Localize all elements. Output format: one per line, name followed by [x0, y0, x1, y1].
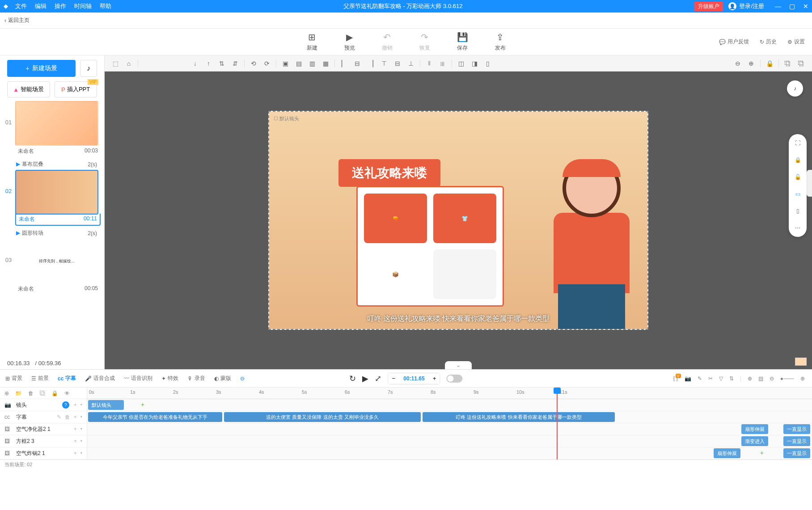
- camera-tool[interactable]: 📷: [685, 375, 691, 382]
- subtitle-clip-1[interactable]: 今年父亲节 你是否在为给老爸准备礼物无从下手: [88, 412, 222, 422]
- fullscreen-tool[interactable]: ⛶: [792, 138, 803, 148]
- distribute-tool[interactable]: ⫼: [436, 57, 449, 70]
- tab-asr[interactable]: 〰语音识别: [124, 375, 152, 382]
- effect-clip[interactable]: 一直显示: [783, 436, 810, 446]
- cut-tool[interactable]: ✂: [708, 375, 713, 382]
- zoom-out-tool[interactable]: ⊖: [770, 375, 774, 382]
- history-button[interactable]: ↻历史: [760, 38, 777, 46]
- align-tool[interactable]: ↓: [189, 57, 201, 70]
- preview-button[interactable]: ▶预览: [344, 32, 355, 52]
- align-bottom-tool[interactable]: ⊥: [405, 57, 417, 70]
- desktop-view-tool[interactable]: ▭: [792, 189, 803, 199]
- banner-text[interactable]: 送礼攻略来喽: [338, 159, 440, 187]
- align-top-tool[interactable]: ⊤: [378, 57, 390, 70]
- mobile-view-tool[interactable]: ▯: [792, 206, 803, 216]
- duplicate-tool[interactable]: ⿻: [795, 57, 808, 70]
- menu-action[interactable]: 操作: [55, 2, 66, 10]
- login-button[interactable]: 👤 登录/注册: [728, 2, 764, 10]
- gift-item-fryer[interactable]: 📦: [364, 249, 427, 299]
- effect-clip[interactable]: 扇形伸展: [714, 448, 740, 458]
- distribute-tool[interactable]: ⫴: [423, 57, 436, 70]
- layer-tool[interactable]: ▣: [279, 57, 292, 70]
- tool[interactable]: ◨: [468, 57, 481, 70]
- tab-more[interactable]: ⊖: [240, 375, 245, 382]
- effect-clip[interactable]: 一直显示: [783, 448, 810, 458]
- flip-tool[interactable]: ⟳: [261, 57, 273, 70]
- track-air[interactable]: 🖼 空气净化器2 1 +•: [0, 423, 87, 435]
- undo-button[interactable]: ↶撤销: [382, 32, 393, 52]
- zoom-in-tool[interactable]: ⊕: [800, 375, 805, 382]
- back-home-link[interactable]: ‹ 返回主页: [4, 17, 30, 24]
- settings-button[interactable]: ⚙设置: [787, 38, 805, 46]
- layer-tool[interactable]: ▤: [292, 57, 305, 70]
- subtitle-track[interactable]: 今年父亲节 你是否在为给老爸准备礼物无从下手 送的太便宜 质量又没保障 送的太贵…: [87, 411, 812, 423]
- minimap[interactable]: [795, 358, 807, 366]
- list-tool[interactable]: ▤: [758, 375, 763, 382]
- sort-tool[interactable]: ⇅: [729, 375, 734, 382]
- timeline-tracks[interactable]: 0s 1s 2s 3s 4s 5s 6s 7s 8s 9s 10s 11s 默认…: [87, 388, 812, 459]
- delete-icon[interactable]: 🗑: [28, 390, 34, 396]
- add-track-icon[interactable]: ⊕: [4, 390, 9, 396]
- gift-item-empty[interactable]: [433, 249, 496, 299]
- track-camera[interactable]: 📷 镜头 ? +•: [0, 399, 87, 411]
- align-tool[interactable]: ⇵: [229, 57, 241, 70]
- maximize-button[interactable]: ▢: [789, 3, 795, 10]
- align-tool[interactable]: ↑: [202, 57, 215, 70]
- more-tool[interactable]: ⋯: [792, 223, 803, 233]
- canvas-music-button[interactable]: ♪: [787, 80, 803, 97]
- home-tool[interactable]: ⌂: [123, 57, 135, 70]
- track-box[interactable]: 🖼 方框2 3 +•: [0, 435, 87, 447]
- effect-clip[interactable]: 渐变进入: [741, 436, 768, 446]
- add-marker[interactable]: +: [141, 401, 144, 408]
- gift-item-massager[interactable]: 🔫: [364, 194, 427, 243]
- music-button[interactable]: ♪: [80, 60, 97, 77]
- tab-subtitle[interactable]: cc字幕: [58, 375, 76, 382]
- zoom-in-tool[interactable]: ⊕: [745, 57, 757, 70]
- effect-clip[interactable]: 扇形伸展: [741, 424, 768, 434]
- unlock-tool[interactable]: 🔓: [792, 172, 803, 182]
- help-icon[interactable]: ?: [62, 401, 69, 409]
- tab-mask[interactable]: ◐蒙版: [214, 375, 231, 382]
- zoom-slider[interactable]: ●——: [780, 375, 794, 382]
- time-stepper[interactable]: − 00:11.65 +: [388, 373, 440, 384]
- effect-clip[interactable]: 一直显示: [783, 424, 810, 434]
- feedback-button[interactable]: 💬用户反馈: [719, 38, 749, 46]
- lock-tool[interactable]: 🔒: [763, 57, 776, 70]
- close-button[interactable]: ✕: [803, 3, 808, 10]
- tab-record[interactable]: 🎙录音: [187, 375, 205, 382]
- play-button[interactable]: ▶: [362, 374, 368, 384]
- filter-tool[interactable]: ▽: [719, 375, 723, 382]
- layer-tool[interactable]: ▥: [306, 57, 318, 70]
- toggle-switch[interactable]: [447, 375, 463, 383]
- box-track[interactable]: 渐变进入 一直显示: [87, 435, 812, 447]
- copy-icon[interactable]: ⿻: [40, 390, 45, 396]
- tab-background[interactable]: ⊞背景: [5, 375, 22, 382]
- scene-thumbnail[interactable]: [15, 101, 98, 146]
- increase-button[interactable]: +: [429, 373, 440, 384]
- tab-foreground[interactable]: ☰前景: [31, 375, 49, 382]
- align-center-tool[interactable]: ⊟: [351, 57, 364, 70]
- marker-tool[interactable]: ⟦⟧V: [673, 375, 678, 382]
- camera-track[interactable]: 默认镜头 +: [87, 399, 812, 411]
- lock-icon[interactable]: 🔒: [51, 390, 58, 396]
- upgrade-button[interactable]: 升级账户: [694, 2, 723, 11]
- expand-button[interactable]: ⤢: [375, 374, 381, 384]
- copy-tool[interactable]: ⿻: [782, 57, 794, 70]
- playhead[interactable]: [557, 388, 558, 459]
- pointer-tool[interactable]: ⬚: [109, 57, 122, 70]
- import-ppt-button[interactable]: P 插入PPT VIP: [55, 81, 97, 97]
- align-right-tool[interactable]: ▕: [364, 57, 377, 70]
- tool[interactable]: ▯: [482, 57, 494, 70]
- gift-panel[interactable]: 🔫 👕 📦: [356, 186, 504, 307]
- menu-edit[interactable]: 编辑: [35, 2, 47, 10]
- folder-icon[interactable]: 📁: [15, 390, 22, 396]
- air-track[interactable]: 扇形伸展 一直显示: [87, 423, 812, 435]
- smart-scene-button[interactable]: ▲ 智能场景: [7, 81, 50, 97]
- rewind-button[interactable]: ↻: [349, 374, 356, 384]
- save-button[interactable]: 💾保存: [457, 32, 468, 52]
- align-left-tool[interactable]: ▏: [338, 57, 350, 70]
- subtitle-clip-3[interactable]: 叮咚 这份送礼攻略来喽 快来看看你家老爸属于哪一款类型: [423, 412, 615, 422]
- scene-item-3[interactable]: 03 排序先到，献媒纹... 未命名00:05: [4, 239, 101, 295]
- timeline-ruler[interactable]: 0s 1s 2s 3s 4s 5s 6s 7s 8s 9s 10s 11s: [87, 388, 812, 399]
- add-tool[interactable]: ⊕: [748, 375, 752, 382]
